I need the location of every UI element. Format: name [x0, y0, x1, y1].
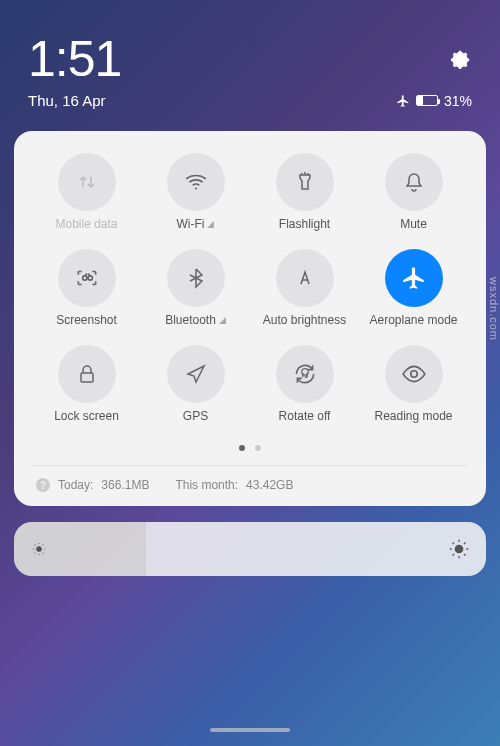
- usage-today-label: Today:: [58, 478, 93, 492]
- svg-point-5: [410, 371, 417, 378]
- quick-settings-panel: Mobile data Wi-Fi Flashlight Mute Screen…: [14, 131, 486, 506]
- battery-icon: [416, 95, 438, 106]
- rotate-icon: [292, 361, 318, 387]
- page-dot-1: [239, 445, 245, 451]
- brightness-slider[interactable]: [14, 522, 486, 576]
- lock-screen-tile[interactable]: Lock screen: [32, 345, 141, 423]
- mute-label: Mute: [400, 217, 427, 231]
- gps-icon: [184, 362, 208, 386]
- data-usage-row[interactable]: ? Today: 366.1MB This month: 43.42GB: [32, 476, 468, 494]
- flashlight-icon: [293, 170, 317, 194]
- wifi-tile[interactable]: Wi-Fi: [141, 153, 250, 231]
- bluetooth-tile[interactable]: Bluetooth: [141, 249, 250, 327]
- status-header: 1:51 Thu, 16 Apr 31%: [0, 0, 500, 119]
- svg-point-0: [194, 187, 196, 189]
- mobile-data-tile[interactable]: Mobile data: [32, 153, 141, 231]
- svg-point-2: [88, 276, 92, 280]
- mobile-data-icon: [75, 170, 99, 194]
- auto-brightness-label: Auto brightness: [263, 313, 346, 327]
- aeroplane-mode-tile[interactable]: Aeroplane mode: [359, 249, 468, 327]
- airplane-icon: [401, 265, 427, 291]
- usage-today-value: 366.1MB: [101, 478, 149, 492]
- info-icon: ?: [36, 478, 50, 492]
- brightness-low-icon: [30, 540, 48, 558]
- rotate-off-tile[interactable]: Rotate off: [250, 345, 359, 423]
- screenshot-tile[interactable]: Screenshot: [32, 249, 141, 327]
- lock-icon: [75, 362, 99, 386]
- screenshot-icon: [74, 265, 100, 291]
- home-indicator[interactable]: [210, 728, 290, 732]
- gps-tile[interactable]: GPS: [141, 345, 250, 423]
- settings-gear-icon[interactable]: [450, 48, 472, 70]
- airplane-status-icon: [396, 94, 410, 108]
- reading-mode-label: Reading mode: [374, 409, 452, 423]
- svg-point-4: [301, 369, 308, 376]
- aeroplane-label: Aeroplane mode: [369, 313, 457, 327]
- date-text: Thu, 16 Apr: [28, 92, 106, 109]
- lock-screen-label: Lock screen: [54, 409, 119, 423]
- usage-month-value: 43.42GB: [246, 478, 293, 492]
- brightness-high-icon: [448, 538, 470, 560]
- page-indicator: [32, 437, 468, 455]
- usage-month-label: This month:: [175, 478, 238, 492]
- screenshot-label: Screenshot: [56, 313, 117, 327]
- status-icons: 31%: [396, 93, 472, 109]
- rotate-off-label: Rotate off: [279, 409, 331, 423]
- mobile-data-label: Mobile data: [55, 217, 117, 231]
- svg-point-7: [455, 545, 462, 552]
- tiles-grid: Mobile data Wi-Fi Flashlight Mute Screen…: [32, 153, 468, 423]
- svg-point-6: [37, 547, 42, 552]
- mute-tile[interactable]: Mute: [359, 153, 468, 231]
- page-dot-2: [255, 445, 261, 451]
- reading-mode-tile[interactable]: Reading mode: [359, 345, 468, 423]
- divider: [32, 465, 468, 466]
- watermark: wsxdn.com: [488, 277, 500, 341]
- bluetooth-label: Bluetooth: [165, 313, 226, 327]
- battery-percent: 31%: [444, 93, 472, 109]
- bluetooth-icon: [184, 266, 208, 290]
- clock-time: 1:51: [28, 30, 121, 88]
- svg-rect-3: [81, 373, 93, 382]
- wifi-icon: [183, 169, 209, 195]
- flashlight-tile[interactable]: Flashlight: [250, 153, 359, 231]
- bell-icon: [402, 170, 426, 194]
- wifi-label: Wi-Fi: [177, 217, 215, 231]
- flashlight-label: Flashlight: [279, 217, 330, 231]
- auto-brightness-tile[interactable]: Auto brightness: [250, 249, 359, 327]
- svg-point-1: [82, 276, 86, 280]
- eye-icon: [401, 361, 427, 387]
- auto-brightness-icon: [293, 266, 317, 290]
- gps-label: GPS: [183, 409, 208, 423]
